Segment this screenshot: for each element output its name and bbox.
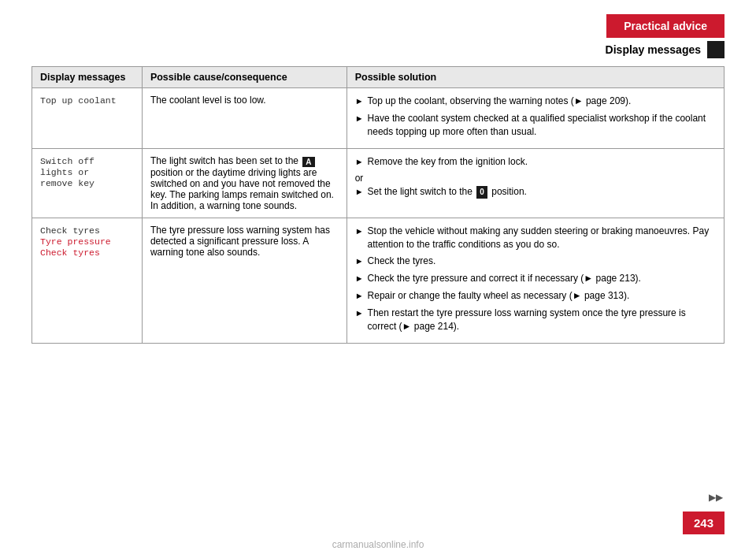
solution-text: Have the coolant system checked at a qua… <box>368 112 716 139</box>
solution-text: Check the tyres. <box>368 255 436 268</box>
subsection-title: Display messages <box>606 43 701 56</box>
bullet-arrow: ► <box>355 307 364 319</box>
watermark: carmanualsonline.info <box>332 539 424 550</box>
cause-cell: The light switch has been set to the A p… <box>142 149 346 218</box>
badge-0: 0 <box>476 186 487 199</box>
section-indicator <box>707 41 724 58</box>
solution-text: Then restart the tyre pressure loss warn… <box>368 307 716 333</box>
solution-list: ► Stop the vehicle without making any su… <box>355 225 716 333</box>
cause-cell: The tyre pressure loss warning system ha… <box>142 218 346 344</box>
list-item: ► Top up the coolant, observing the warn… <box>355 95 716 108</box>
bullet-arrow: ► <box>355 186 364 198</box>
bullet-arrow: ► <box>355 156 364 168</box>
list-item: ► Set the light switch to the 0 position… <box>355 185 716 199</box>
solution-text: Set the light switch to the 0 position. <box>368 185 527 199</box>
display-message-cell: Top up coolant <box>32 88 143 149</box>
bullet-arrow: ► <box>355 225 364 237</box>
solution-cell: ► Top up the coolant, observing the warn… <box>346 88 724 149</box>
bullet-arrow: ► <box>355 95 364 107</box>
list-item: ► Have the coolant system checked at a q… <box>355 112 716 139</box>
list-item: ► Repair or change the faulty wheel as n… <box>355 289 716 303</box>
solution-text: Top up the coolant, observing the warnin… <box>368 95 632 108</box>
solution-text: Repair or change the faulty wheel as nec… <box>368 289 630 303</box>
list-item: ► Stop the vehicle without making any su… <box>355 225 716 251</box>
main-table: Display messages Possible cause/conseque… <box>32 66 724 344</box>
list-item: ► Remove the key from the ignition lock. <box>355 155 716 169</box>
page-header: Practical advice Display messages <box>0 0 756 66</box>
bullet-arrow: ► <box>355 290 364 302</box>
table-row: Top up coolant The coolant level is too … <box>32 88 724 149</box>
col-header-solution: Possible solution <box>346 67 724 88</box>
col-header-cause: Possible cause/consequence <box>142 67 346 88</box>
section-banner: Practical advice <box>606 14 724 38</box>
cause-cell: The coolant level is too low. <box>142 88 346 149</box>
table-row: Switch offlights orremove key The light … <box>32 149 724 218</box>
display-message-text: Switch offlights orremove key <box>40 156 94 188</box>
bullet-arrow: ► <box>355 273 364 285</box>
list-item: ► Check the tyre pressure and correct it… <box>355 272 716 285</box>
badge-a: A <box>302 157 314 167</box>
solution-text: Remove the key from the ignition lock. <box>368 155 528 169</box>
solution-text: Check the tyre pressure and correct it i… <box>368 272 641 285</box>
or-divider: or <box>355 173 716 184</box>
bullet-arrow: ► <box>355 255 364 267</box>
cause-text: The coolant level is too low. <box>150 95 266 106</box>
cause-text: The light switch has been set to the A p… <box>150 155 334 210</box>
page-number: 243 <box>683 512 724 534</box>
list-item: ► Check the tyres. <box>355 255 716 268</box>
subsection-header: Display messages <box>606 41 724 58</box>
solution-cell: ► Remove the key from the ignition lock.… <box>346 149 724 218</box>
display-message-cell: Check tyres Tyre pressureCheck tyres <box>32 218 143 344</box>
table-row: Check tyres Tyre pressureCheck tyres The… <box>32 218 724 344</box>
display-message-cell: Switch offlights orremove key <box>32 149 143 218</box>
display-message-text: Check tyres <box>40 225 100 236</box>
display-message-text: Top up coolant <box>40 95 117 106</box>
cause-text: The tyre pressure loss warning system ha… <box>150 225 330 258</box>
solution-cell: ► Stop the vehicle without making any su… <box>346 218 724 344</box>
bullet-arrow: ► <box>355 113 364 125</box>
table-header-row: Display messages Possible cause/conseque… <box>32 67 724 88</box>
solution-list: ► Remove the key from the ignition lock. <box>355 155 716 169</box>
list-item: ► Then restart the tyre pressure loss wa… <box>355 307 716 333</box>
solution-text: Stop the vehicle without making any sudd… <box>368 225 716 251</box>
display-message-sub: Tyre pressureCheck tyres <box>40 236 111 258</box>
double-arrow: ▶▶ <box>709 492 723 503</box>
col-header-display: Display messages <box>32 67 143 88</box>
solution-list: ► Set the light switch to the 0 position… <box>355 185 716 199</box>
solution-list: ► Top up the coolant, observing the warn… <box>355 95 716 138</box>
